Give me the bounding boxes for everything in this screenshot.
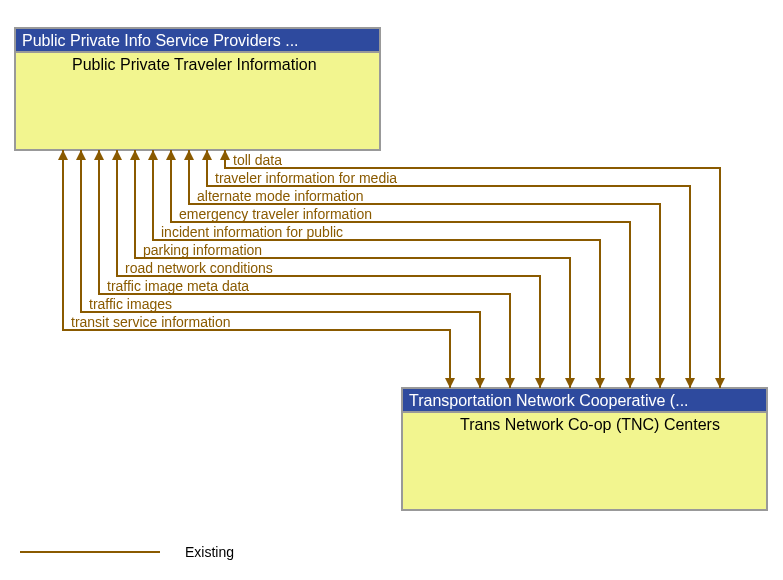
arrowhead-icon — [505, 378, 515, 388]
arrowhead-icon — [685, 378, 695, 388]
arrowhead-icon — [625, 378, 635, 388]
arrowhead-icon — [202, 150, 212, 160]
source-body: Public Private Traveler Information — [72, 56, 317, 73]
flow-label: traveler information for media — [215, 170, 397, 186]
arrowhead-icon — [715, 378, 725, 388]
flow-label: incident information for public — [161, 224, 343, 240]
flow-label: alternate mode information — [197, 188, 364, 204]
flow-label: road network conditions — [125, 260, 273, 276]
arrowhead-icon — [535, 378, 545, 388]
arrowhead-icon — [595, 378, 605, 388]
source-title: Public Private Info Service Providers ..… — [22, 32, 299, 49]
arrowhead-icon — [148, 150, 158, 160]
arrowhead-icon — [655, 378, 665, 388]
target-body: Trans Network Co-op (TNC) Centers — [460, 416, 720, 433]
arrowhead-icon — [76, 150, 86, 160]
flow-label: traffic images — [89, 296, 172, 312]
flow-label: toll data — [233, 152, 282, 168]
arrowhead-icon — [130, 150, 140, 160]
arrowhead-icon — [184, 150, 194, 160]
legend-existing: Existing — [185, 544, 234, 560]
arrowhead-icon — [58, 150, 68, 160]
information-flows: toll datatraveler information for mediaa… — [58, 150, 725, 388]
legend: Existing — [20, 544, 234, 560]
arrowhead-icon — [112, 150, 122, 160]
source-entity: Public Private Info Service Providers ..… — [15, 28, 380, 150]
arrowhead-icon — [220, 150, 230, 160]
arrowhead-icon — [565, 378, 575, 388]
flow-label: transit service information — [71, 314, 231, 330]
arrowhead-icon — [445, 378, 455, 388]
target-title: Transportation Network Cooperative (... — [409, 392, 689, 409]
arrowhead-icon — [94, 150, 104, 160]
flow-label: parking information — [143, 242, 262, 258]
arrowhead-icon — [166, 150, 176, 160]
flow-label: traffic image meta data — [107, 278, 249, 294]
target-entity: Transportation Network Cooperative (... … — [402, 388, 767, 510]
flow-label: emergency traveler information — [179, 206, 372, 222]
arrowhead-icon — [475, 378, 485, 388]
architecture-diagram: Public Private Info Service Providers ..… — [0, 0, 783, 580]
